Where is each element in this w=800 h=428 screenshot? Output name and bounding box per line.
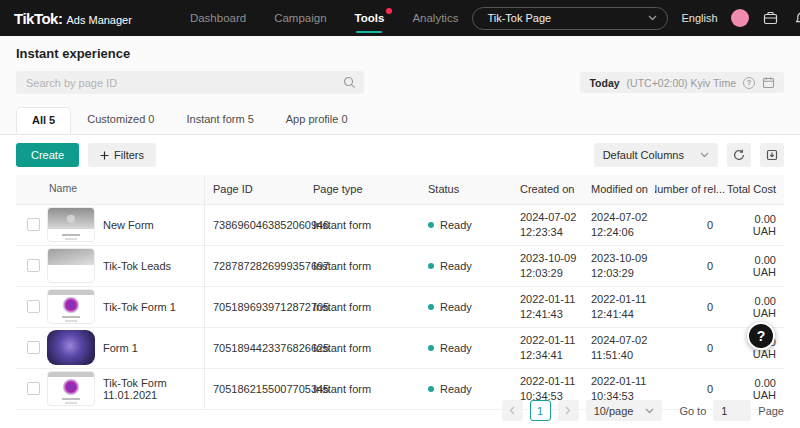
search-input[interactable] bbox=[16, 71, 364, 94]
refresh-button[interactable] bbox=[727, 143, 751, 167]
row-checkbox[interactable] bbox=[27, 259, 40, 272]
tiktok-logo[interactable]: TikTok:Ads Manager bbox=[14, 10, 132, 27]
notifications-bell-icon[interactable] bbox=[793, 9, 800, 27]
tab-app-profile[interactable]: App profile 0 bbox=[270, 106, 364, 132]
table-body: New Form 7386960463852060946 Instant for… bbox=[16, 205, 784, 410]
modified-on-cell: 2024-07-02 12:24:06 bbox=[583, 205, 655, 245]
avatar[interactable] bbox=[731, 9, 749, 27]
page-title: Instant experience bbox=[16, 46, 784, 61]
form-name: Tik-Tok Form 1 bbox=[103, 301, 176, 313]
total-cost-cell: 0.00 UAH bbox=[725, 246, 784, 286]
language-selector[interactable]: English bbox=[681, 12, 717, 24]
status-dot bbox=[428, 304, 434, 310]
number-of-rel-cell: 0 bbox=[655, 287, 725, 327]
table-header: Name Page ID Page type Status Created on… bbox=[16, 175, 784, 205]
page-id-cell: 7051896939712872705 bbox=[205, 287, 305, 327]
row-checkbox[interactable] bbox=[27, 382, 40, 395]
form-thumbnail[interactable] bbox=[47, 371, 95, 406]
product-text: Ads Manager bbox=[66, 14, 131, 26]
status-cell: Ready bbox=[420, 205, 512, 245]
status-label: Ready bbox=[440, 383, 472, 395]
columns-dropdown-value: Default Columns bbox=[603, 149, 684, 161]
nav-item-campaign[interactable]: Campaign bbox=[260, 0, 340, 36]
form-name: Tik-Tok Leads bbox=[103, 260, 171, 272]
page-word: Page bbox=[758, 405, 784, 417]
current-page-button[interactable]: 1 bbox=[530, 400, 551, 421]
form-thumbnail[interactable] bbox=[47, 207, 95, 242]
page-header: Instant experience Today (UTC+02:00) Kyi… bbox=[0, 36, 800, 94]
top-nav: TikTok:Ads Manager Dashboard Campaign To… bbox=[0, 0, 800, 36]
table-row: New Form 7386960463852060946 Instant for… bbox=[16, 205, 784, 246]
columns-dropdown[interactable]: Default Columns bbox=[594, 143, 718, 167]
status-dot bbox=[428, 263, 434, 269]
modified-on-cell: 2023-10-09 12:03:29 bbox=[583, 246, 655, 286]
nav-item-tools[interactable]: Tools bbox=[341, 0, 399, 36]
tab-bar: All 5 Customized 0 Instant form 5 App pr… bbox=[16, 106, 800, 132]
form-name: Tik-Tok Form 11.01.2021 bbox=[103, 377, 204, 401]
date-range-picker[interactable]: Today (UTC+02:00) Kyiv Time ? bbox=[580, 72, 784, 93]
search-box bbox=[16, 71, 364, 94]
page-type-cell: Instant form bbox=[305, 328, 420, 368]
goto-page-input[interactable] bbox=[713, 400, 751, 421]
column-number-of-rel: Number of rel... bbox=[655, 175, 725, 204]
form-thumbnail[interactable] bbox=[47, 248, 95, 283]
brand-text: TikTok: bbox=[14, 10, 62, 27]
page-id-cell: 7287872826999357697 bbox=[205, 246, 305, 286]
tab-instant-form[interactable]: Instant form 5 bbox=[171, 106, 270, 132]
page-type-cell: Instant form bbox=[305, 369, 420, 409]
chevron-down-icon bbox=[700, 152, 709, 158]
modified-on-cell: 2022-01-11 12:41:44 bbox=[583, 287, 655, 327]
content-panel: Create Filters Default Columns Name Page… bbox=[0, 134, 800, 428]
timezone-help-icon[interactable]: ? bbox=[743, 77, 755, 89]
next-page-button[interactable] bbox=[558, 400, 579, 421]
column-page-id: Page ID bbox=[205, 175, 305, 204]
timezone-label: (UTC+02:00) Kyiv Time bbox=[627, 77, 736, 89]
column-page-type: Page type bbox=[305, 175, 420, 204]
export-button[interactable] bbox=[760, 143, 784, 167]
page-id-cell: 7051862155007705345 bbox=[205, 369, 305, 409]
page-size-value: 10/page bbox=[594, 405, 634, 417]
column-created-on: Created on bbox=[512, 175, 583, 204]
nav-item-dashboard[interactable]: Dashboard bbox=[176, 0, 260, 36]
filters-button[interactable]: Filters bbox=[88, 143, 156, 167]
page-selector-dropdown[interactable]: Tik-Tok Page bbox=[472, 7, 668, 30]
business-center-icon[interactable] bbox=[762, 9, 780, 27]
page-id-cell: 7051894423376826625 bbox=[205, 328, 305, 368]
modified-on-cell: 2024-07-02 11:51:40 bbox=[583, 328, 655, 368]
column-modified-on: Modified on bbox=[583, 175, 655, 204]
nav-item-analytics[interactable]: Analytics bbox=[398, 0, 472, 36]
status-dot bbox=[428, 222, 434, 228]
status-label: Ready bbox=[440, 219, 472, 231]
table-row: Tik-Tok Form 1 7051896939712872705 Insta… bbox=[16, 287, 784, 328]
export-icon bbox=[766, 149, 778, 161]
column-status: Status bbox=[420, 175, 512, 204]
status-label: Ready bbox=[440, 260, 472, 272]
status-label: Ready bbox=[440, 342, 472, 354]
page-size-select[interactable]: 10/page bbox=[586, 400, 663, 421]
row-checkbox[interactable] bbox=[27, 218, 40, 231]
form-thumbnail[interactable] bbox=[47, 289, 95, 324]
number-of-rel-cell: 0 bbox=[655, 328, 725, 368]
floating-help-button[interactable]: ? bbox=[747, 322, 775, 350]
create-button[interactable]: Create bbox=[16, 143, 79, 167]
number-of-rel-cell: 0 bbox=[655, 246, 725, 286]
column-total-cost: Total Cost bbox=[725, 175, 784, 204]
status-dot bbox=[428, 386, 434, 392]
status-label: Ready bbox=[440, 301, 472, 313]
created-on-cell: 2023-10-09 12:03:29 bbox=[512, 246, 583, 286]
tab-customized[interactable]: Customized 0 bbox=[71, 106, 170, 132]
page-type-cell: Instant form bbox=[305, 246, 420, 286]
prev-page-button[interactable] bbox=[502, 400, 523, 421]
form-thumbnail[interactable] bbox=[47, 330, 95, 365]
row-checkbox[interactable] bbox=[27, 341, 40, 354]
status-dot bbox=[428, 345, 434, 351]
table-row: Form 1 7051894423376826625 Instant form … bbox=[16, 328, 784, 369]
tab-all[interactable]: All 5 bbox=[16, 107, 71, 133]
chevron-down-icon bbox=[648, 15, 657, 21]
pagination: 1 10/page Go to Page bbox=[502, 400, 784, 421]
chevron-down-icon bbox=[645, 408, 654, 414]
row-checkbox[interactable] bbox=[27, 300, 40, 313]
page-id-cell: 7386960463852060946 bbox=[205, 205, 305, 245]
main-nav: Dashboard Campaign Tools Analytics bbox=[176, 0, 473, 36]
page-selector-value: Tik-Tok Page bbox=[487, 12, 551, 24]
